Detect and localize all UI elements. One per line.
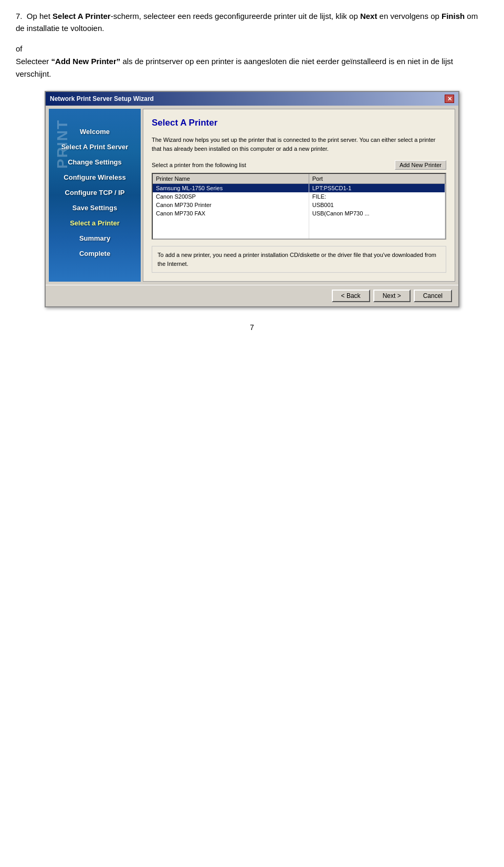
bold-finish: Finish [442,12,465,20]
table-row[interactable]: Canon MP730 FAX USB(Canon MP730 ... [153,209,445,218]
table-row[interactable]: Samsung ML-1750 Series LPT:PS5CD1-1 [153,184,445,193]
bold-next: Next [360,12,377,20]
dialog-sidebar: PRINT Welcome Select A Print Server Chan… [49,109,141,282]
bottom-note: To add a new printer, you need a printer… [152,246,446,273]
cancel-button[interactable]: Cancel [414,290,452,302]
add-new-printer-button[interactable]: Add New Printer [395,160,446,170]
printer-list-label: Select a printer from the following list [152,162,246,168]
bold-select-printer: Select A Printer [52,12,111,20]
table-row[interactable]: Canon MP730 Printer USB001 [153,201,445,209]
dialog-window: Network Print Server Setup Wizard ✕ PRIN… [45,91,459,307]
printer-port-cell: LPT:PS5CD1-1 [309,184,445,193]
printer-list-header: Select a printer from the following list… [152,160,446,170]
next-button[interactable]: Next > [373,290,411,302]
sidebar-item-complete[interactable]: Complete [49,246,141,261]
col-header-port: Port [309,174,445,184]
intro-text-1: 7. Op het Select A Printer-scherm, selec… [16,12,478,33]
of-paragraph: of Selecteer “Add New Printer” als de pr… [16,43,488,80]
close-button[interactable]: ✕ [445,95,454,103]
intro-paragraph: 7. Op het Select A Printer-scherm, selec… [16,11,488,34]
selecteer-text: Selecteer “Add New Printer” als de print… [16,57,453,78]
dialog-title: Network Print Server Setup Wizard [50,95,154,102]
dialog-body: PRINT Welcome Select A Print Server Chan… [46,106,458,285]
sidebar-item-configure-tcp[interactable]: Configure TCP / IP [49,185,141,200]
bold-add-new-printer: “Add New Printer” [51,57,121,66]
printer-table-container: Printer Name Port Samsung ML-1750 Series… [152,173,446,240]
sidebar-item-select-printer[interactable]: Select a Printer [49,216,141,230]
dialog-titlebar: Network Print Server Setup Wizard ✕ [46,92,458,106]
page-number: 7 [16,323,488,332]
printer-table: Printer Name Port Samsung ML-1750 Series… [153,174,445,239]
sidebar-item-save-settings[interactable]: Save Settings [49,201,141,215]
printer-port-cell: USB(Canon MP730 ... [309,209,445,218]
table-row[interactable]: Canon S200SP FILE: [153,192,445,201]
printer-port-cell: USB001 [309,201,445,209]
of-label: of [16,44,23,53]
printer-name-cell: Canon MP730 Printer [153,201,309,209]
sidebar-item-summary[interactable]: Summary [49,231,141,245]
sidebar-watermark: PRINT [54,119,71,169]
content-description: The Wizard now helps you set up the prin… [152,136,446,153]
printer-name-cell: Canon MP730 FAX [153,209,309,218]
printer-name-cell: Canon S200SP [153,192,309,201]
dialog-footer: < Back Next > Cancel [46,285,458,306]
sidebar-item-configure-wireless[interactable]: Configure Wireless [49,170,141,184]
back-button[interactable]: < Back [332,290,370,302]
table-header-row: Printer Name Port [153,174,445,184]
printer-port-cell: FILE: [309,192,445,201]
printer-name-cell: Samsung ML-1750 Series [153,184,309,193]
main-content: Select A Printer The Wizard now helps yo… [143,109,455,282]
page-wrapper: 7. Op het Select A Printer-scherm, selec… [0,0,504,342]
table-row-empty [153,218,445,239]
content-title: Select A Printer [152,118,446,130]
col-header-name: Printer Name [153,174,309,184]
